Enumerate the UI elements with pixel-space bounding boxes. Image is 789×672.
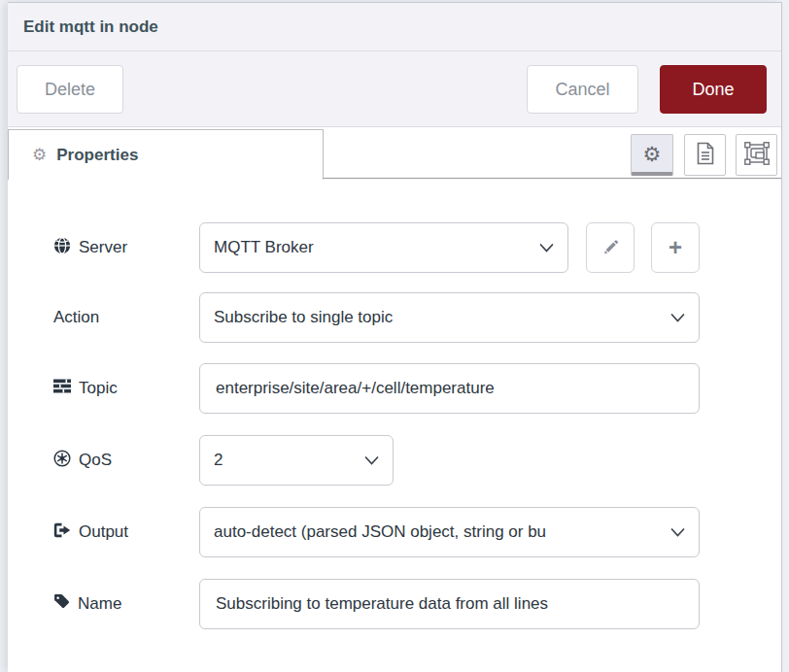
gear-icon: ⚙ bbox=[643, 144, 662, 164]
output-select[interactable]: auto-detect (parsed JSON object, string … bbox=[199, 507, 700, 557]
server-select-value: MQTT Broker bbox=[214, 238, 314, 257]
cancel-button[interactable]: Cancel bbox=[527, 65, 638, 114]
name-input[interactable] bbox=[199, 579, 700, 629]
chevron-down-icon bbox=[364, 451, 379, 470]
chevron-down-icon bbox=[670, 522, 685, 542]
pencil-icon bbox=[602, 234, 619, 261]
tray-header: Edit mqtt in node bbox=[8, 3, 781, 51]
editor-tab-bar: ⚙ Properties ⚙ bbox=[8, 127, 781, 179]
qos-select-value: 2 bbox=[214, 451, 223, 470]
qos-label: QoS bbox=[79, 451, 112, 470]
server-label: Server bbox=[79, 238, 127, 257]
file-icon bbox=[695, 142, 716, 169]
chevron-down-icon bbox=[670, 308, 685, 327]
tray-toolbar: Delete Cancel Done bbox=[8, 51, 781, 127]
qos-select[interactable]: 2 bbox=[199, 435, 394, 486]
globe-icon bbox=[53, 237, 71, 259]
topic-row-label: Topic bbox=[53, 363, 194, 414]
action-select-value: Subscribe to single topic bbox=[214, 308, 393, 327]
edit-server-button[interactable] bbox=[586, 222, 635, 273]
object-group-icon bbox=[744, 142, 770, 169]
output-label: Output bbox=[79, 522, 128, 542]
plus-icon: + bbox=[669, 234, 682, 261]
dialog-title: Edit mqtt in node bbox=[23, 17, 158, 37]
name-label: Name bbox=[78, 594, 121, 614]
name-input-wrap bbox=[199, 579, 700, 629]
action-select[interactable]: Subscribe to single topic bbox=[199, 292, 700, 343]
done-button[interactable]: Done bbox=[660, 65, 767, 114]
topic-input-wrap bbox=[199, 363, 700, 414]
server-row-label: Server bbox=[53, 222, 194, 273]
delete-button[interactable]: Delete bbox=[17, 65, 123, 114]
server-select[interactable]: MQTT Broker bbox=[199, 222, 568, 273]
circled-asterisk-icon bbox=[53, 450, 71, 472]
tag-icon bbox=[53, 593, 70, 615]
tasks-icon bbox=[53, 379, 71, 398]
output-row-label: Output bbox=[53, 507, 194, 557]
tab-properties-label: Properties bbox=[56, 146, 138, 165]
qos-row-label: QoS bbox=[53, 435, 194, 486]
output-select-value: auto-detect (parsed JSON object, string … bbox=[214, 522, 546, 542]
action-label: Action bbox=[53, 308, 99, 327]
action-row-label: Action bbox=[53, 292, 194, 343]
description-tab-button[interactable] bbox=[684, 134, 726, 176]
edit-node-tray: Edit mqtt in node Delete Cancel Done ⚙ P… bbox=[8, 2, 782, 672]
properties-tab-button[interactable]: ⚙ bbox=[631, 134, 673, 176]
gear-icon: ⚙ bbox=[32, 147, 47, 163]
properties-form: Server MQTT Broker + Action Subscribe to… bbox=[8, 179, 781, 670]
tab-properties[interactable]: ⚙ Properties bbox=[8, 129, 324, 180]
sign-out-icon bbox=[53, 522, 71, 543]
add-server-button[interactable]: + bbox=[651, 222, 700, 273]
topic-input[interactable] bbox=[199, 363, 700, 414]
name-row-label: Name bbox=[53, 579, 194, 629]
topic-label: Topic bbox=[79, 379, 118, 398]
chevron-down-icon bbox=[539, 238, 554, 257]
appearance-tab-button[interactable] bbox=[736, 134, 777, 176]
